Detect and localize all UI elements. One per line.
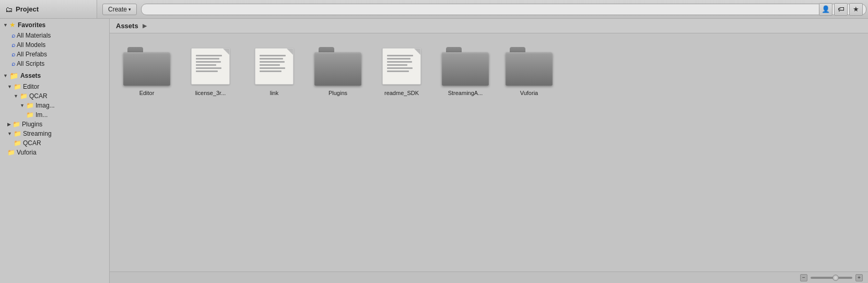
sidebar-item-all-scripts[interactable]: ⌕ All Scripts bbox=[0, 59, 109, 68]
streaming-folder-icon: 📁 bbox=[14, 130, 21, 137]
sidebar: ▼ ★ Favorites ⌕ All Materials ⌕ All Mode… bbox=[0, 19, 110, 283]
editor-triangle-icon: ▼ bbox=[7, 84, 12, 89]
file-label: link bbox=[270, 90, 279, 96]
search-fav-icon: ⌕ bbox=[11, 32, 15, 39]
favorites-triangle-icon: ▼ bbox=[3, 22, 8, 28]
file-label: Vuforia bbox=[520, 90, 538, 96]
file-label: StreamingA... bbox=[448, 90, 483, 96]
assets-folder-icon: 📁 bbox=[9, 72, 18, 80]
qcar-folder-icon: 📁 bbox=[20, 92, 28, 100]
doc-icon-visual bbox=[187, 47, 234, 87]
file-label: Plugins bbox=[329, 90, 347, 96]
file-label: readme_SDK bbox=[384, 90, 419, 96]
project-folder-icon: 🗂 bbox=[5, 5, 13, 14]
search-fav-icon-2: ⌕ bbox=[11, 41, 15, 49]
create-arrow-icon: ▾ bbox=[128, 7, 131, 12]
zoom-slider[interactable] bbox=[811, 277, 852, 279]
list-item[interactable]: link bbox=[245, 44, 303, 99]
breadcrumb[interactable]: Assets bbox=[116, 22, 138, 30]
favorites-header[interactable]: ▼ ★ Favorites bbox=[0, 19, 109, 31]
sidebar-editor-label: Editor bbox=[23, 83, 39, 90]
account-icon-button[interactable]: 👤 bbox=[819, 3, 832, 16]
assets-label: Assets bbox=[20, 72, 41, 79]
folder-icon-visual bbox=[123, 47, 170, 87]
sidebar-im-label: Im... bbox=[36, 111, 48, 119]
assets-header[interactable]: ▼ 📁 Assets bbox=[0, 69, 109, 82]
sidebar-item-streaming[interactable]: ▼ 📁 Streaming bbox=[0, 129, 109, 138]
list-item[interactable]: readme_SDK bbox=[373, 44, 430, 99]
list-item[interactable]: Plugins bbox=[309, 44, 367, 99]
sidebar-item-qcar[interactable]: ▼ 📁 QCAR bbox=[0, 91, 109, 101]
file-label: license_3r... bbox=[195, 90, 226, 96]
sidebar-item-label-4: All Scripts bbox=[17, 60, 44, 67]
toolbar-icons: 👤 🏷 ★ bbox=[819, 3, 863, 16]
sidebar-item-streaming-qcar[interactable]: 📁 QCAR bbox=[0, 138, 109, 148]
sidebar-vuforia-label: Vuforia bbox=[17, 149, 37, 156]
tag-icon-button[interactable]: 🏷 bbox=[834, 3, 848, 16]
sidebar-item-all-materials[interactable]: ⌕ All Materials bbox=[0, 31, 109, 40]
search-fav-icon-3: ⌕ bbox=[11, 51, 15, 58]
assets-triangle-icon: ▼ bbox=[3, 73, 8, 78]
sidebar-streaming-qcar-label: QCAR bbox=[23, 139, 41, 147]
sidebar-item-all-models[interactable]: ⌕ All Models bbox=[0, 40, 109, 50]
qcar-triangle-icon: ▼ bbox=[14, 93, 18, 99]
list-item[interactable]: license_3r... bbox=[182, 44, 239, 99]
create-label: Create bbox=[108, 6, 127, 13]
zoom-thumb[interactable] bbox=[832, 275, 839, 281]
create-button[interactable]: Create ▾ bbox=[102, 4, 137, 15]
doc-icon-visual-2 bbox=[251, 47, 298, 87]
sidebar-qcar-label: QCAR bbox=[29, 92, 48, 100]
title-text: Project bbox=[16, 5, 39, 13]
breadcrumb-arrow-icon: ▶ bbox=[143, 22, 147, 29]
folder-icon-visual-4 bbox=[506, 47, 553, 87]
list-item[interactable]: StreamingA... bbox=[437, 44, 494, 99]
file-grid: Editor li bbox=[110, 33, 868, 272]
star-favorites-icon: ★ bbox=[9, 21, 16, 29]
sidebar-item-label-3: All Prefabs bbox=[17, 51, 47, 58]
toolbar: Create ▾ 👤 🏷 ★ bbox=[97, 0, 868, 18]
title-bar: 🗂 Project bbox=[0, 0, 97, 18]
content-header: Assets ▶ bbox=[110, 19, 868, 33]
content-area: Assets ▶ Editor bbox=[110, 19, 868, 283]
list-item[interactable]: Vuforia bbox=[500, 44, 558, 99]
streaming-qcar-folder-icon: 📁 bbox=[14, 139, 21, 147]
folder-icon-visual-2 bbox=[314, 47, 361, 87]
editor-folder-icon: 📁 bbox=[14, 83, 21, 90]
sidebar-item-vuforia[interactable]: 📁 Vuforia bbox=[0, 148, 109, 157]
sidebar-item-editor[interactable]: ▼ 📁 Editor bbox=[0, 82, 109, 91]
imag-triangle-icon: ▼ bbox=[20, 103, 25, 108]
file-label: Editor bbox=[139, 90, 155, 96]
plugins-triangle-icon: ▶ bbox=[7, 122, 11, 127]
im-folder-icon: 📁 bbox=[26, 111, 34, 119]
plugins-folder-icon: 📁 bbox=[13, 121, 20, 128]
sidebar-item-imag[interactable]: ▼ 📁 Imag... bbox=[0, 101, 109, 110]
search-input[interactable] bbox=[141, 4, 866, 15]
imag-folder-icon: 📁 bbox=[26, 102, 34, 109]
doc-icon-visual-3 bbox=[378, 47, 425, 87]
search-fav-icon-4: ⌕ bbox=[11, 60, 15, 67]
sidebar-item-label-2: All Models bbox=[17, 41, 45, 49]
sidebar-scroll[interactable]: ▼ ★ Favorites ⌕ All Materials ⌕ All Mode… bbox=[0, 19, 109, 283]
sidebar-imag-label: Imag... bbox=[36, 102, 55, 109]
sidebar-item-plugins[interactable]: ▶ 📁 Plugins bbox=[0, 120, 109, 129]
sidebar-item-all-prefabs[interactable]: ⌕ All Prefabs bbox=[0, 50, 109, 59]
bottom-bar: − + bbox=[110, 272, 868, 283]
list-item[interactable]: Editor bbox=[118, 44, 175, 99]
vuforia-folder-icon: 📁 bbox=[7, 149, 15, 156]
sidebar-plugins-label: Plugins bbox=[22, 121, 42, 128]
favorites-label: Favorites bbox=[18, 21, 45, 29]
sidebar-streaming-label: Streaming bbox=[23, 130, 52, 137]
folder-icon-visual-3 bbox=[442, 47, 489, 87]
zoom-out-button[interactable]: − bbox=[800, 274, 807, 281]
streaming-triangle-icon: ▼ bbox=[7, 131, 12, 136]
zoom-in-button[interactable]: + bbox=[855, 274, 863, 281]
sidebar-item-im[interactable]: 📁 Im... bbox=[0, 110, 109, 120]
star-icon-button[interactable]: ★ bbox=[849, 3, 863, 16]
sidebar-item-label: All Materials bbox=[17, 32, 51, 39]
